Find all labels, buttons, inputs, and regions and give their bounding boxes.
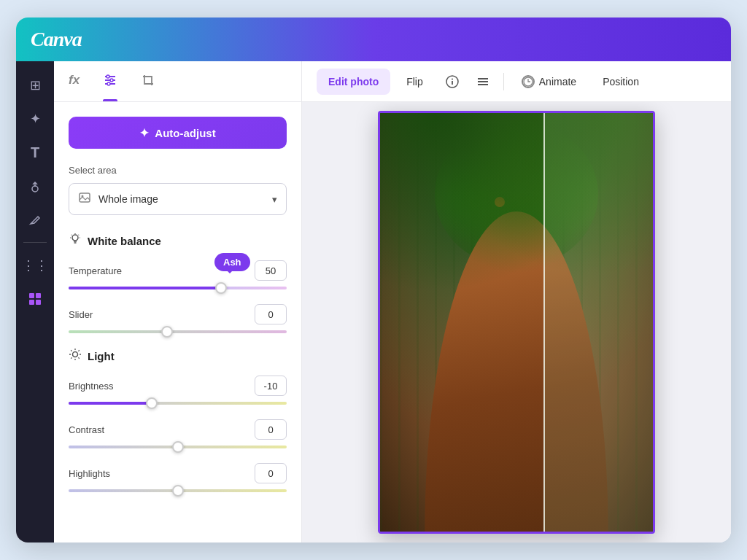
contrast-slider-track[interactable]	[69, 446, 287, 448]
sidebar-item-grid[interactable]: ⊞	[21, 71, 49, 99]
tint-slider-group: Slider 0	[69, 304, 287, 333]
canvas-area	[302, 102, 731, 542]
temperature-value[interactable]: 50	[255, 260, 287, 281]
svg-point-17	[452, 78, 453, 79]
white-balance-heading: White balance	[69, 233, 287, 249]
edit-photo-button[interactable]: Edit photo	[317, 69, 390, 95]
svg-rect-3	[29, 300, 34, 305]
svg-point-10	[107, 82, 110, 85]
select-area-label: Select area	[69, 165, 287, 176]
auto-adjust-button[interactable]: ✦ Auto-adjust	[69, 117, 287, 149]
image-icon	[78, 191, 91, 207]
chevron-down-icon: ▾	[272, 194, 277, 205]
position-button[interactable]: Position	[591, 69, 651, 95]
brightness-value[interactable]: -10	[255, 376, 287, 396]
brightness-thumb[interactable]	[146, 397, 158, 409]
edit-panel: fx	[54, 61, 302, 542]
sidebar-item-elements[interactable]: ✦	[21, 105, 49, 133]
animate-icon	[522, 75, 535, 88]
svg-point-14	[73, 352, 78, 357]
temperature-thumb[interactable]	[215, 282, 227, 294]
sidebar-divider	[23, 242, 47, 243]
sun-icon	[69, 348, 82, 364]
top-bar: Canva	[16, 18, 731, 61]
sliders-icon	[103, 73, 117, 88]
tab-adjust[interactable]	[103, 61, 117, 101]
photo-background	[380, 113, 653, 532]
sidebar-icons: ⊞ ✦ T ⋮⋮	[16, 61, 54, 542]
temperature-fill	[69, 287, 221, 289]
toolbar: Edit photo Flip	[302, 61, 731, 102]
flip-button[interactable]: Flip	[395, 69, 435, 95]
highlights-value[interactable]: 0	[255, 463, 287, 483]
sidebar-item-draw[interactable]	[21, 206, 49, 233]
highlights-thumb[interactable]	[172, 485, 184, 497]
highlights-slider-group: Highlights 0	[69, 463, 287, 492]
sidebar-item-upload[interactable]	[21, 172, 49, 200]
panel-tabs: fx	[54, 61, 301, 102]
temperature-slider-group: Ash Temperature 50	[69, 260, 287, 289]
crop-icon	[141, 73, 155, 88]
tint-slider-track[interactable]	[69, 330, 287, 333]
sparkle-icon: ✦	[139, 126, 149, 140]
svg-point-8	[107, 75, 109, 78]
more-options-button[interactable]	[470, 69, 496, 95]
highlights-slider-track[interactable]	[69, 489, 287, 492]
svg-point-13	[72, 235, 78, 241]
contrast-slider-group: Contrast 0	[69, 419, 287, 448]
tint-thumb[interactable]	[161, 326, 173, 338]
brightness-fill	[69, 402, 152, 405]
tint-value[interactable]: 0	[255, 304, 287, 324]
animate-button[interactable]: Animate	[511, 69, 587, 95]
contrast-value[interactable]: 0	[255, 419, 287, 440]
light-heading: Light	[69, 348, 287, 364]
right-overlay	[543, 113, 653, 532]
svg-rect-11	[80, 193, 90, 202]
ash-tooltip: Ash	[214, 253, 250, 271]
svg-rect-2	[36, 293, 41, 298]
temperature-slider-track[interactable]	[69, 287, 287, 289]
svg-point-0	[32, 186, 38, 192]
main-area: ⊞ ✦ T ⋮⋮	[16, 61, 731, 542]
image-frame[interactable]	[378, 111, 655, 534]
content-area: Edit photo Flip	[302, 61, 731, 542]
sidebar-item-apps[interactable]: ⋮⋮	[21, 252, 49, 279]
select-area-dropdown[interactable]: Whole image ▾	[69, 183, 287, 215]
svg-point-9	[110, 79, 113, 82]
panel-content: ✦ Auto-adjust Select area	[54, 102, 301, 542]
sidebar-item-text[interactable]: T	[21, 139, 49, 166]
toolbar-separator	[503, 73, 504, 90]
canva-logo: Canva	[31, 28, 82, 51]
info-button[interactable]	[439, 69, 465, 95]
sidebar-item-brand[interactable]	[21, 285, 49, 313]
bulb-icon	[69, 233, 82, 249]
brightness-slider-track[interactable]	[69, 402, 287, 405]
svg-rect-1	[29, 293, 34, 298]
contrast-thumb[interactable]	[172, 441, 184, 453]
brightness-slider-group: Brightness -10	[69, 376, 287, 405]
tab-fx[interactable]: fx	[69, 61, 80, 101]
tab-crop[interactable]	[141, 61, 155, 101]
app-window: Canva ⊞ ✦ T ⋮⋮	[16, 18, 731, 542]
svg-rect-4	[36, 300, 41, 305]
